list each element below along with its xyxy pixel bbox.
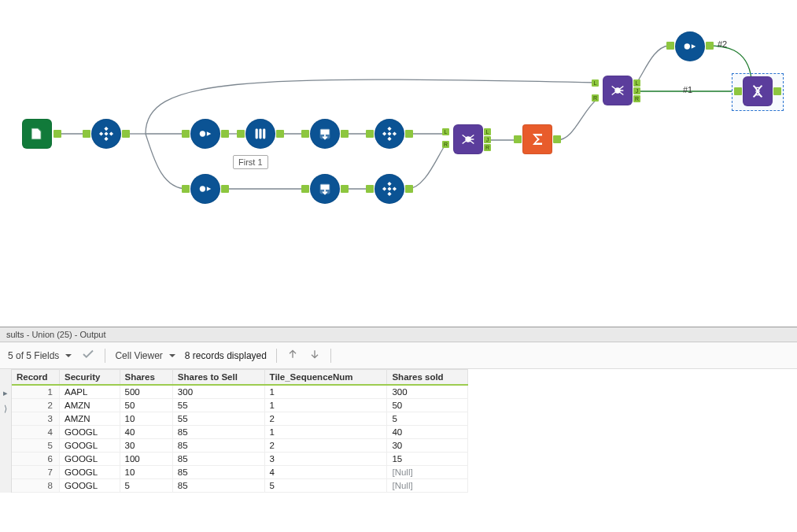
anchor-in[interactable] (182, 130, 190, 138)
table-row[interactable]: 2AMZN5055150 (12, 399, 468, 412)
anchor-r[interactable]: R (442, 141, 449, 148)
cell[interactable]: 500 (120, 385, 172, 399)
cell[interactable]: 30 (120, 439, 172, 453)
cell[interactable]: 2 (12, 399, 60, 412)
cell[interactable]: GOOGL (60, 426, 120, 439)
select-tool-lower[interactable] (190, 174, 220, 204)
cell[interactable]: 50 (120, 399, 172, 412)
cell[interactable]: 1 (264, 426, 387, 439)
anchor-out[interactable] (553, 135, 561, 143)
cell[interactable]: 300 (172, 385, 264, 399)
col-shares-sold[interactable]: Shares sold (387, 370, 468, 386)
cell[interactable]: 4 (12, 426, 60, 439)
table-row[interactable]: 6GOOGL10085315 (12, 453, 468, 466)
cell[interactable]: 1 (12, 385, 60, 399)
cell[interactable]: 85 (172, 466, 264, 479)
col-shares[interactable]: Shares (120, 370, 172, 386)
anchor-in[interactable] (301, 185, 309, 193)
cell[interactable]: 3 (12, 412, 60, 426)
join-tool-2[interactable] (603, 76, 633, 105)
anchor-out[interactable] (276, 130, 284, 138)
union-tool[interactable] (743, 76, 773, 106)
cell[interactable]: 15 (387, 453, 468, 466)
cell[interactable]: 85 (172, 479, 264, 493)
anchor-l[interactable]: L (442, 128, 449, 135)
cell[interactable]: 8 (12, 479, 60, 493)
cell[interactable]: [Null] (387, 479, 468, 493)
cell[interactable]: 85 (172, 453, 264, 466)
cell[interactable]: 55 (172, 412, 264, 426)
anchor-in[interactable] (301, 130, 309, 138)
workflow-canvas[interactable]: First 1 L R L J R L R L J (0, 0, 797, 327)
cell[interactable]: 5 (387, 412, 468, 426)
cell[interactable]: 2 (264, 412, 387, 426)
table-row[interactable]: 8GOOGL5855[Null] (12, 479, 468, 493)
cell[interactable]: 30 (387, 439, 468, 453)
cell[interactable]: 40 (387, 426, 468, 439)
table-row[interactable]: 4GOOGL4085140 (12, 426, 468, 439)
anchor-j-out[interactable]: J (633, 87, 640, 94)
anchor-in[interactable] (237, 130, 245, 138)
anchor-out[interactable] (341, 185, 349, 193)
cell[interactable]: 85 (172, 426, 264, 439)
anchor-in[interactable] (366, 185, 374, 193)
cell[interactable]: 300 (387, 385, 468, 399)
cell[interactable]: AMZN (60, 399, 120, 412)
prev-record-button[interactable] (286, 348, 299, 363)
join-tool-1[interactable] (453, 124, 483, 154)
sort-tool-upper[interactable] (375, 119, 404, 149)
cell[interactable]: GOOGL (60, 479, 120, 493)
cell[interactable]: AMZN (60, 412, 120, 426)
anchor-out[interactable] (54, 130, 61, 138)
gutter-marker-icon[interactable]: ▸ (2, 388, 9, 399)
select-tool-top[interactable] (675, 31, 705, 61)
cell[interactable]: 55 (172, 399, 264, 412)
anchor-in[interactable] (734, 87, 742, 95)
anchor-out[interactable] (221, 185, 229, 193)
cell[interactable]: AAPL (60, 385, 120, 399)
cell[interactable]: 3 (264, 453, 387, 466)
anchor-l-out[interactable]: L (484, 128, 491, 135)
cell[interactable]: 5 (120, 479, 172, 493)
col-security[interactable]: Security (60, 370, 120, 386)
cell[interactable]: 85 (172, 439, 264, 453)
select-tool-upper[interactable] (190, 119, 220, 149)
anchor-in[interactable] (83, 130, 90, 138)
table-row[interactable]: 7GOOGL10854[Null] (12, 466, 468, 479)
anchor-r-out[interactable]: R (633, 95, 640, 102)
anchor-out[interactable] (341, 130, 349, 138)
cell[interactable]: 40 (120, 426, 172, 439)
table-row[interactable]: 3AMZN105525 (12, 412, 468, 426)
col-tile-seq[interactable]: Tile_SequenceNum (264, 370, 387, 386)
summarize-tool[interactable] (522, 124, 552, 154)
anchor-in[interactable] (366, 130, 374, 138)
anchor-out[interactable] (122, 130, 130, 138)
anchor-in[interactable] (666, 42, 674, 50)
anchor-out[interactable] (405, 185, 413, 193)
sort-tool-lower[interactable] (375, 174, 404, 204)
sort-tool-1[interactable] (91, 119, 121, 149)
cell[interactable]: 5 (264, 479, 387, 493)
anchor-r-out[interactable]: R (484, 144, 491, 151)
cell[interactable]: 1 (264, 399, 387, 412)
table-row[interactable]: 5GOOGL3085230 (12, 439, 468, 453)
cell[interactable]: GOOGL (60, 466, 120, 479)
col-shares-to-sell[interactable]: Shares to Sell (172, 370, 264, 386)
results-table[interactable]: Record Security Shares Shares to Sell Ti… (12, 369, 468, 493)
cell[interactable]: 2 (264, 439, 387, 453)
cell[interactable]: 6 (12, 453, 60, 466)
cell[interactable]: 1 (264, 385, 387, 399)
fields-dropdown[interactable]: 5 of 5 Fields (8, 350, 72, 361)
cell[interactable]: 7 (12, 466, 60, 479)
cell[interactable]: 100 (120, 453, 172, 466)
anchor-j-out[interactable]: J (484, 136, 491, 143)
cell-viewer-dropdown[interactable]: Cell Viewer (115, 350, 175, 361)
sample-tool[interactable] (245, 119, 275, 149)
anchor-in[interactable] (514, 135, 522, 143)
anchor-r[interactable]: R (592, 94, 599, 102)
cell[interactable]: GOOGL (60, 439, 120, 453)
anchor-out[interactable] (405, 130, 413, 138)
cell[interactable]: 10 (120, 412, 172, 426)
cell[interactable]: GOOGL (60, 453, 120, 466)
apply-check-icon[interactable] (81, 347, 95, 364)
